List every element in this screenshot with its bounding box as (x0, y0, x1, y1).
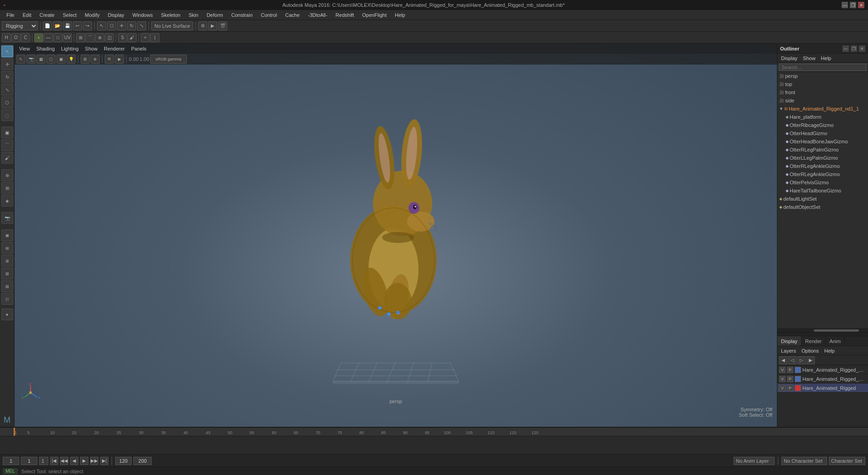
scale-manipulator[interactable]: ⤡ (1, 84, 13, 96)
lasso-tool-button[interactable]: ⬡ (107, 21, 116, 30)
tree-item-persp[interactable]: 🎥 persp (777, 72, 868, 80)
select-tool-button[interactable]: ↖ (97, 21, 106, 30)
menu-modify[interactable]: Modify (81, 11, 103, 19)
time-ruler[interactable]: 1 5 10 15 20 25 30 35 40 45 50 55 60 65 … (0, 428, 868, 436)
layer-vis-bones[interactable]: V (779, 376, 786, 382)
vertex-select-button[interactable]: ▪ (34, 33, 43, 42)
vp-menu-panels[interactable]: Panels (129, 46, 148, 51)
vp-wireframe-btn[interactable]: ▦ (36, 55, 46, 64)
vp-light-btn[interactable]: 💡 (66, 55, 76, 64)
polygon-tool[interactable]: ▣ (1, 126, 13, 138)
paint-select-button[interactable]: 🖌 (128, 33, 137, 42)
tree-item-headbone[interactable]: ◆ OtterHeadBoneJawGizmo (777, 137, 868, 146)
expand-tool[interactable]: ▾ (1, 308, 13, 320)
layer-step-fwd-btn[interactable]: ▶ (807, 356, 815, 364)
menu-create[interactable]: Create (36, 11, 58, 19)
vp-render-btn[interactable]: ▶ (115, 55, 124, 64)
soft-select-tool[interactable]: ⬡ (1, 96, 13, 108)
time-content[interactable] (0, 436, 868, 454)
anim-end-input[interactable] (133, 457, 152, 465)
vp-texture-btn[interactable]: ▣ (56, 55, 66, 64)
menu-control[interactable]: Control (257, 11, 281, 19)
outliner-right-scroll[interactable] (777, 332, 868, 336)
layer-play-btn[interactable]: ▷ (797, 356, 806, 364)
layer-prev-btn[interactable]: ◀ (779, 356, 787, 364)
layer-row-hare[interactable]: V P Hare_Animated_Rigged (777, 384, 868, 393)
menu-3dtoall[interactable]: -3DtoAll- (304, 11, 331, 19)
layer-tab-display[interactable]: Display (777, 336, 802, 346)
menu-constrain[interactable]: Constrain (228, 11, 256, 19)
vp-menu-lighting[interactable]: Lighting (59, 46, 81, 51)
menu-help[interactable]: Help (391, 11, 409, 19)
frame-current-input[interactable] (21, 457, 37, 465)
ipr-button[interactable]: 🎬 (218, 21, 227, 30)
view-tool-5[interactable]: ▨ (1, 280, 13, 292)
vp-menu-renderer[interactable]: Renderer (102, 46, 127, 51)
outliner-menu-display[interactable]: Display (779, 56, 799, 61)
view-tool-2[interactable]: ▤ (1, 242, 13, 254)
save-scene-button[interactable]: 💾 (63, 21, 72, 30)
sculpt-tool[interactable]: 🖌 (1, 152, 13, 164)
joint-tool[interactable]: ⊛ (1, 169, 13, 181)
layer-tab-anim[interactable]: Anim (826, 336, 845, 346)
view-tool-1[interactable]: ▦ (1, 229, 13, 241)
camera-tool[interactable]: 📷 (1, 212, 13, 224)
tree-item-rlegankle[interactable]: ◆ OtterRLegAnkleGizmo (777, 162, 868, 170)
vp-camera-btn[interactable]: 📷 (26, 55, 36, 64)
menu-windows[interactable]: Windows (129, 11, 157, 19)
outliner-menu-show[interactable]: Show (801, 56, 817, 61)
tree-item-head[interactable]: ◆ OtterHeadGizmo (777, 129, 868, 137)
vp-grid-btn[interactable]: ⊞ (81, 55, 90, 64)
hierarchy-mode-button[interactable]: H (2, 33, 11, 42)
close-button[interactable]: ✕ (858, 2, 864, 8)
mel-label[interactable]: MEL (3, 468, 18, 475)
vp-menu-view[interactable]: View (17, 46, 32, 51)
vp-resolution-btn[interactable]: R (105, 55, 114, 64)
ik-tool[interactable]: ⊞ (1, 182, 13, 194)
snap-curve-button[interactable]: ⌒ (86, 33, 95, 42)
tree-item-pelvis[interactable]: ◆ OtterPelvisGizmo (777, 178, 868, 187)
layer-tab-render[interactable]: Render (802, 336, 826, 346)
soft-select-button[interactable]: S (118, 33, 127, 42)
menu-skin[interactable]: Skin (185, 11, 202, 19)
view-tool-4[interactable]: ▧ (1, 268, 13, 279)
snap-surface-button[interactable]: ◫ (105, 33, 114, 42)
move-tool-button[interactable]: ✛ (117, 21, 126, 30)
tree-item-lightset[interactable]: ◈ defaultLightSet (777, 195, 868, 203)
tree-item-top[interactable]: 🎥 top (777, 80, 868, 88)
nurbs-tool[interactable]: ⌒ (1, 139, 13, 151)
vp-menu-shading[interactable]: Shading (35, 46, 56, 51)
layer-menu-help[interactable]: Help (822, 348, 837, 354)
tree-item-rlegpalm[interactable]: ◆ OtterRLegPalmGizmo (777, 146, 868, 154)
uv-select-button[interactable]: UV (63, 33, 72, 42)
step-forward-button[interactable]: ▶▶ (90, 457, 98, 465)
minimize-button[interactable]: — (842, 2, 848, 8)
tree-item-hare-platform[interactable]: ◈ Hare_platform (777, 113, 868, 121)
frame-end-input[interactable] (115, 457, 132, 465)
layer-vis-hare[interactable]: V (779, 385, 786, 391)
outliner-horizontal-scrollbar[interactable] (777, 328, 868, 332)
menu-deform[interactable]: Deform (203, 11, 227, 19)
tree-item-rlegankle2[interactable]: ◆ OtterRLegAnkleGizmo (777, 170, 868, 178)
vp-smooth-btn[interactable]: ⬡ (46, 55, 56, 64)
tree-item-llegpalm[interactable]: ◆ OtterLLegPalmGizmo (777, 154, 868, 162)
outliner-menu-help[interactable]: Help (819, 56, 833, 61)
outliner-minimize[interactable]: — (842, 45, 849, 52)
menu-redshift[interactable]: Redshift (332, 11, 357, 19)
menu-skeleton[interactable]: Skeleton (157, 11, 184, 19)
plus-button[interactable]: + (141, 33, 150, 42)
go-to-start-button[interactable]: |◀ (50, 457, 58, 465)
layer-vis-controls[interactable]: V (779, 367, 786, 373)
layer-p-bones[interactable]: P (787, 376, 793, 382)
step-back-button[interactable]: ◀◀ (60, 457, 68, 465)
layer-menu-layers[interactable]: Layers (779, 348, 798, 354)
tree-item-side[interactable]: 🎥 side (777, 96, 868, 105)
menu-openflight[interactable]: OpenFlight (358, 11, 390, 19)
view-tool-3[interactable]: ▥ (1, 255, 13, 267)
menu-display[interactable]: Display (104, 11, 128, 19)
view-tool-6[interactable]: ◰ (1, 293, 13, 305)
restore-button[interactable]: ❐ (850, 2, 856, 8)
layer-p-hare[interactable]: P (787, 385, 793, 391)
face-select-button[interactable]: □ (53, 33, 62, 42)
undo-button[interactable]: ↩ (73, 21, 82, 30)
